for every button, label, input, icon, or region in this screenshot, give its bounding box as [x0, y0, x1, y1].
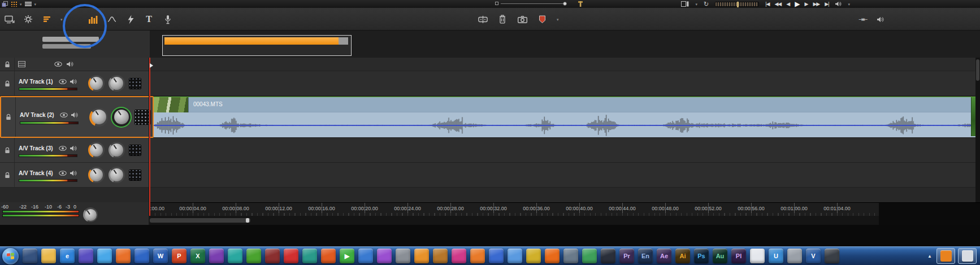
- track-monitor-eye-icon[interactable]: [59, 79, 67, 84]
- taskbar-item-app-orange[interactable]: [414, 249, 429, 263]
- taskbar-running-window[interactable]: [958, 248, 977, 264]
- thumbnail-zoom-slider[interactable]: [495, 2, 566, 5]
- vertical-scrollbar-handle[interactable]: [976, 59, 979, 81]
- track-header-4[interactable]: A/V Track (4): [0, 163, 149, 188]
- zoom-out-handle[interactable]: [495, 2, 498, 5]
- scrollbar-handle[interactable]: [150, 218, 250, 223]
- audio-ducking-icon[interactable]: [107, 12, 117, 26]
- taskbar-item-app-gold[interactable]: [526, 249, 541, 263]
- taskbar-item-camera-app[interactable]: [825, 249, 839, 263]
- step-forward-icon[interactable]: ▶: [804, 1, 808, 7]
- taskbar-running-pinnacle[interactable]: [936, 248, 955, 264]
- taskbar-item-app-tool[interactable]: [489, 249, 504, 263]
- track-header-3[interactable]: A/V Track (3): [0, 138, 149, 163]
- global-eye-icon[interactable]: [54, 62, 62, 67]
- taskbar-item-internet-explorer[interactable]: e: [60, 249, 75, 263]
- track-speaker-icon[interactable]: [70, 170, 77, 176]
- volume-icon[interactable]: [835, 1, 842, 7]
- track-monitor-eye-icon[interactable]: [60, 112, 68, 118]
- track-lock-icon[interactable]: [0, 163, 15, 187]
- taskbar-item-app-blue2[interactable]: [358, 249, 373, 263]
- scrollbar-nub[interactable]: [246, 218, 249, 223]
- track-header-1[interactable]: A/V Track (1): [0, 71, 149, 96]
- taskbar-item-firefox[interactable]: [116, 249, 131, 263]
- taskbar-item-audition[interactable]: Au: [713, 249, 727, 263]
- global-speaker-icon[interactable]: [66, 61, 73, 67]
- flag-marker-caret-icon[interactable]: ▾: [557, 18, 559, 21]
- taskbar-item-app-purple[interactable]: [79, 249, 93, 263]
- shuttle-jog-control[interactable]: [715, 2, 759, 7]
- start-button[interactable]: [2, 248, 19, 264]
- snapshot-icon[interactable]: [517, 12, 527, 26]
- taskbar-item-app-red[interactable]: [284, 249, 298, 263]
- markers-icon[interactable]: [42, 12, 52, 26]
- track-volume-knob[interactable]: [88, 142, 105, 158]
- track-content-1[interactable]: [149, 71, 980, 96]
- audio-mixer-icon[interactable]: [88, 12, 98, 26]
- track-pan-knob[interactable]: [109, 167, 125, 183]
- track-grid-button[interactable]: [129, 145, 141, 156]
- taskbar-item-app-maroon[interactable]: [265, 249, 280, 263]
- zoom-slider-handle[interactable]: [563, 2, 567, 6]
- layout-caret-icon[interactable]: ▾: [695, 2, 697, 6]
- master-volume-knob[interactable]: [83, 207, 98, 222]
- delete-icon[interactable]: [497, 12, 508, 26]
- apps-grid-caret-icon[interactable]: ▾: [20, 2, 22, 6]
- timeline-empty-area[interactable]: [0, 188, 980, 202]
- marker-tool-icon[interactable]: [578, 1, 583, 8]
- layout-icon[interactable]: [681, 1, 689, 7]
- taskbar-item-word[interactable]: W: [153, 249, 168, 263]
- hamburger-menu-caret-icon[interactable]: ▾: [34, 2, 37, 6]
- track-lock-icon[interactable]: [0, 71, 15, 95]
- taskbar-item-app-dark[interactable]: [601, 249, 615, 263]
- track-monitor-eye-icon[interactable]: [59, 146, 67, 151]
- split-clip-icon[interactable]: [125, 12, 136, 26]
- taskbar-item-app-green[interactable]: [246, 249, 261, 263]
- taskbar-item-printer[interactable]: [787, 249, 802, 263]
- play-icon[interactable]: ▶: [795, 0, 799, 8]
- navigator-clip-bar[interactable]: [164, 37, 339, 45]
- jump-end-icon[interactable]: ▶|: [825, 1, 829, 7]
- timeline-top-gutter[interactable]: [149, 58, 980, 71]
- taskbar-item-powerpoint[interactable]: P: [172, 249, 187, 263]
- track-volume-knob[interactable]: [88, 75, 105, 92]
- track-pan-knob[interactable]: [109, 75, 125, 92]
- track-pan-knob[interactable]: [109, 142, 125, 158]
- track-pan-knob[interactable]: [112, 108, 131, 127]
- volume-caret-icon[interactable]: ▾: [848, 2, 850, 6]
- track-options-icon[interactable]: [15, 61, 28, 67]
- taskbar-item-excel[interactable]: X: [190, 249, 205, 263]
- taskbar-item-app-blue[interactable]: [135, 249, 149, 263]
- settings-icon[interactable]: [23, 12, 33, 26]
- track-grid-button[interactable]: [129, 78, 141, 89]
- taskbar-item-app-skyblue[interactable]: [97, 249, 112, 263]
- horizontal-scrollbar[interactable]: [150, 216, 980, 225]
- markers-caret-icon[interactable]: ▾: [60, 18, 63, 21]
- razor-icon[interactable]: [478, 12, 488, 26]
- audio-scrub-icon[interactable]: [875, 12, 885, 26]
- track-grid-button[interactable]: [129, 170, 141, 181]
- taskbar-item-app-lightblue[interactable]: [508, 249, 522, 263]
- taskbar-item-app-gray[interactable]: [396, 249, 410, 263]
- taskbar-item-app-cyan[interactable]: [302, 249, 317, 263]
- ruler[interactable]: :00.0000:00:04.0000:00:08.0000:00:12.000…: [150, 202, 980, 216]
- track-speaker-icon[interactable]: [71, 112, 78, 118]
- rewind-icon[interactable]: ◀◀: [774, 1, 781, 7]
- track-volume-knob[interactable]: [89, 108, 108, 127]
- flag-marker-icon[interactable]: [537, 12, 547, 26]
- zoom-slider-track[interactable]: [501, 3, 566, 4]
- taskbar-item-folder[interactable]: [41, 249, 56, 263]
- track-content-4[interactable]: [149, 163, 980, 188]
- taskbar-item-media-app[interactable]: [23, 249, 37, 263]
- taskbar-tray-expand-icon[interactable]: ▲: [926, 254, 934, 259]
- voice-over-icon[interactable]: [163, 12, 173, 26]
- taskbar-item-app-ring[interactable]: [470, 249, 485, 263]
- taskbar-item-app-brown[interactable]: [433, 249, 448, 263]
- apps-grid-icon[interactable]: [11, 1, 17, 7]
- track-lock-icon[interactable]: [0, 138, 15, 162]
- trim-mode-icon[interactable]: ⇥⇤: [857, 12, 868, 26]
- navigator-track[interactable]: [150, 31, 980, 58]
- taskbar-item-after-effects[interactable]: Ae: [657, 249, 671, 263]
- taskbar-item-app-teal[interactable]: [228, 249, 242, 263]
- navigator-view-window[interactable]: [162, 35, 352, 56]
